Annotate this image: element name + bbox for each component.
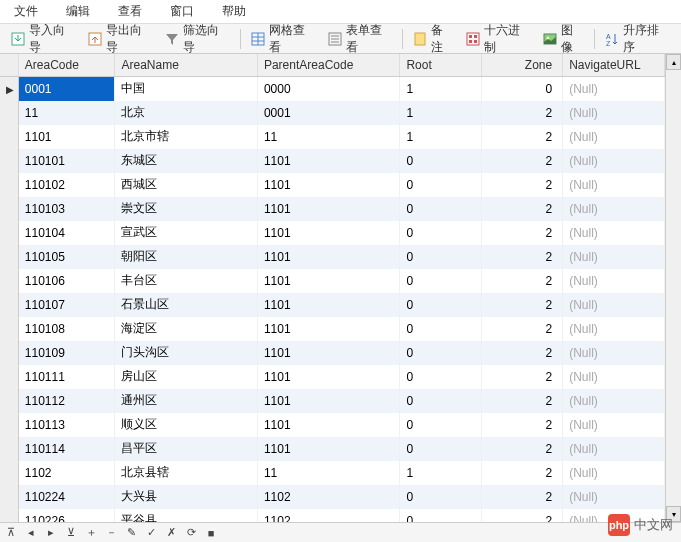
cell-navigateurl[interactable]: (Null) [563,293,665,317]
cell-root[interactable]: 0 [400,365,481,389]
export-wizard-button[interactable]: 导出向导 [83,20,158,58]
cell-root[interactable]: 0 [400,245,481,269]
table-row[interactable]: 110105朝阳区110102(Null) [0,245,665,269]
cell-areaname[interactable]: 平谷县 [115,509,257,523]
cell-areacode[interactable]: 110107 [18,293,115,317]
table-row[interactable]: ▶0001中国000010(Null) [0,77,665,101]
cell-areaname[interactable]: 门头沟区 [115,341,257,365]
cell-areacode[interactable]: 110111 [18,365,115,389]
cell-root[interactable]: 0 [400,293,481,317]
cell-root[interactable]: 0 [400,485,481,509]
nav-add-button[interactable]: ＋ [84,526,98,540]
cell-root[interactable]: 1 [400,461,481,485]
cell-zone[interactable]: 2 [481,389,562,413]
cell-parentareacode[interactable]: 1101 [257,365,399,389]
row-indicator[interactable] [0,389,18,413]
cell-root[interactable]: 0 [400,389,481,413]
row-indicator[interactable] [0,461,18,485]
nav-commit-button[interactable]: ✓ [144,526,158,540]
row-indicator[interactable] [0,485,18,509]
cell-areaname[interactable]: 东城区 [115,149,257,173]
cell-navigateurl[interactable]: (Null) [563,269,665,293]
cell-areacode[interactable]: 110226 [18,509,115,523]
table-row[interactable]: 110113顺义区110102(Null) [0,413,665,437]
col-navigateurl[interactable]: NavigateURL [563,54,665,77]
cell-navigateurl[interactable]: (Null) [563,341,665,365]
cell-areaname[interactable]: 石景山区 [115,293,257,317]
cell-parentareacode[interactable]: 1102 [257,509,399,523]
col-zone[interactable]: Zone [481,54,562,77]
cell-areaname[interactable]: 北京市辖 [115,125,257,149]
cell-navigateurl[interactable]: (Null) [563,485,665,509]
row-header-corner[interactable] [0,54,18,77]
cell-areacode[interactable]: 110109 [18,341,115,365]
row-indicator[interactable] [0,125,18,149]
row-indicator[interactable] [0,437,18,461]
grid-view-button[interactable]: 网格查看 [246,20,321,58]
cell-zone[interactable]: 2 [481,461,562,485]
vertical-scrollbar[interactable]: ▴ ▾ [665,54,681,522]
cell-root[interactable]: 0 [400,341,481,365]
row-indicator[interactable] [0,245,18,269]
cell-navigateurl[interactable]: (Null) [563,197,665,221]
grid-scroll-area[interactable]: AreaCode AreaName ParentAreaCode Root Zo… [0,54,665,522]
cell-zone[interactable]: 2 [481,221,562,245]
cell-navigateurl[interactable]: (Null) [563,221,665,245]
cell-parentareacode[interactable]: 1101 [257,149,399,173]
table-row[interactable]: 1102北京县辖1112(Null) [0,461,665,485]
nav-last-button[interactable]: ⊻ [64,526,78,540]
col-areaname[interactable]: AreaName [115,54,257,77]
cell-root[interactable]: 0 [400,221,481,245]
cell-navigateurl[interactable]: (Null) [563,173,665,197]
cell-parentareacode[interactable]: 1101 [257,413,399,437]
cell-zone[interactable]: 2 [481,365,562,389]
table-row[interactable]: 110104宣武区110102(Null) [0,221,665,245]
cell-areaname[interactable]: 西城区 [115,173,257,197]
table-row[interactable]: 110224大兴县110202(Null) [0,485,665,509]
cell-root[interactable]: 1 [400,125,481,149]
table-row[interactable]: 110106丰台区110102(Null) [0,269,665,293]
table-row[interactable]: 1101北京市辖1112(Null) [0,125,665,149]
hex-button[interactable]: 十六进制 [461,20,536,58]
row-indicator[interactable] [0,317,18,341]
cell-areacode[interactable]: 1101 [18,125,115,149]
cell-parentareacode[interactable]: 1102 [257,485,399,509]
cell-areaname[interactable]: 北京县辖 [115,461,257,485]
scroll-up-button[interactable]: ▴ [666,54,681,70]
cell-parentareacode[interactable]: 0001 [257,101,399,125]
cell-parentareacode[interactable]: 0000 [257,77,399,101]
cell-zone[interactable]: 2 [481,125,562,149]
col-root[interactable]: Root [400,54,481,77]
memo-button[interactable]: 备注 [408,20,459,58]
cell-root[interactable]: 0 [400,317,481,341]
nav-cancel-button[interactable]: ✗ [164,526,178,540]
nav-stop-button[interactable]: ■ [204,526,218,540]
cell-root[interactable]: 1 [400,77,481,101]
cell-root[interactable]: 0 [400,173,481,197]
cell-zone[interactable]: 0 [481,77,562,101]
cell-navigateurl[interactable]: (Null) [563,461,665,485]
table-row[interactable]: 110102西城区110102(Null) [0,173,665,197]
cell-zone[interactable]: 2 [481,149,562,173]
cell-parentareacode[interactable]: 11 [257,125,399,149]
cell-areacode[interactable]: 110114 [18,437,115,461]
col-areacode[interactable]: AreaCode [18,54,115,77]
cell-root[interactable]: 0 [400,197,481,221]
cell-areacode[interactable]: 11 [18,101,115,125]
cell-areacode[interactable]: 110224 [18,485,115,509]
cell-root[interactable]: 0 [400,149,481,173]
row-indicator[interactable] [0,149,18,173]
cell-areacode[interactable]: 110102 [18,173,115,197]
cell-zone[interactable]: 2 [481,485,562,509]
cell-navigateurl[interactable]: (Null) [563,413,665,437]
row-indicator[interactable] [0,197,18,221]
cell-areacode[interactable]: 110101 [18,149,115,173]
cell-zone[interactable]: 2 [481,293,562,317]
cell-zone[interactable]: 2 [481,269,562,293]
nav-edit-button[interactable]: ✎ [124,526,138,540]
cell-areacode[interactable]: 110112 [18,389,115,413]
cell-areaname[interactable]: 崇文区 [115,197,257,221]
cell-areacode[interactable]: 110106 [18,269,115,293]
cell-zone[interactable]: 2 [481,341,562,365]
nav-prev-button[interactable]: ◂ [24,526,38,540]
